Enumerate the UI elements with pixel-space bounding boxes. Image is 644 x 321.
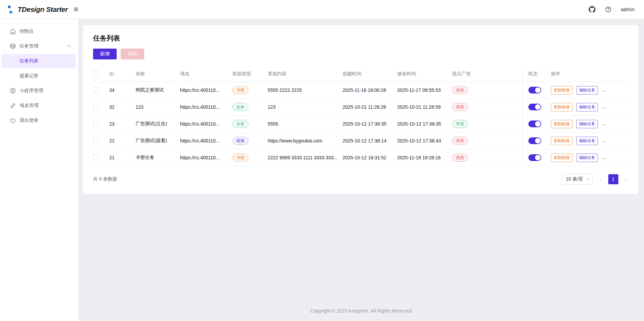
user-menu[interactable]: admin xyxy=(621,6,635,12)
cell-id: 21 xyxy=(109,149,136,166)
sidebar-item-label: 退出登录 xyxy=(20,117,38,124)
cell-updated-at: 2025-11-17 09:55:53 xyxy=(397,82,452,99)
edit-task-button[interactable]: 编辑任务 xyxy=(576,154,598,162)
column-header-created-at: 创建时间 xyxy=(343,66,397,82)
status-toggle[interactable] xyxy=(528,87,541,93)
cell-reward-content: 5555 xyxy=(268,115,343,132)
cell-name: 123 xyxy=(136,99,180,115)
cell-updated-at: 2025-10-12 17:38:35 xyxy=(397,115,452,132)
cell-domain: https://cs.400110... xyxy=(180,115,232,132)
cell-updated-at: 2025-10-21 11:28:59 xyxy=(397,99,452,115)
row-checkbox[interactable] xyxy=(93,87,98,92)
force-ad-tag: 关闭 xyxy=(452,86,468,94)
cell-created-at: 2025-11-16 18:00:28 xyxy=(343,82,397,99)
cell-name: 卡密任务 xyxy=(136,149,180,166)
sidebar-item-watch-records[interactable]: 观看记录 xyxy=(1,69,76,83)
cell-name: 狗凯之家测试 xyxy=(136,82,180,99)
task-list-card: 任务列表 新增 删除 ID 名称 xyxy=(83,25,638,194)
table-row: 22 广告测试(观看) https://cs.400110... 链接 http… xyxy=(93,132,628,149)
main-content: 任务列表 新增 删除 ID 名称 xyxy=(78,19,644,321)
table-body: 34 狗凯之家测试 https://cs.400110... 卡密 5555 2… xyxy=(93,82,628,166)
cell-name: 广告测试(观看) xyxy=(136,132,180,149)
cell-reward-content: 2222 9999 3333 1111 3333 333... xyxy=(268,149,343,166)
row-checkbox[interactable] xyxy=(93,121,98,126)
prev-page-button[interactable]: ‹ xyxy=(598,176,603,182)
column-header-status: 状态 xyxy=(523,66,551,82)
github-icon[interactable] xyxy=(588,6,596,13)
help-circle-icon[interactable] xyxy=(605,6,612,13)
column-header-actions: 操作 xyxy=(551,66,628,82)
app-root: TDesign Starter ≡ admin 控制台 xyxy=(0,0,644,321)
edit-task-button[interactable]: 编辑任务 xyxy=(576,120,598,128)
cell-reward-content: https://www.bygoukai.com xyxy=(268,132,343,149)
page-size-select[interactable]: 10 条/页 xyxy=(562,174,593,185)
cell-created-at: 2025-10-21 11:26:26 xyxy=(343,99,397,115)
cell-domain: https://cs.400110... xyxy=(180,99,232,115)
table-row: 23 广告测试(点击) https://cs.400110... 文本 5555… xyxy=(93,115,628,132)
status-toggle[interactable] xyxy=(528,137,541,144)
reward-type-tag: 链接 xyxy=(232,137,248,145)
page-size-value: 10 条/页 xyxy=(566,176,583,182)
edit-task-button[interactable]: 编辑任务 xyxy=(576,86,598,95)
reward-type-tag: 文本 xyxy=(232,103,248,111)
row-checkbox[interactable] xyxy=(93,155,98,160)
cell-updated-at: 2025-10-12 17:38:43 xyxy=(397,132,452,149)
edit-task-button[interactable]: 编辑任务 xyxy=(576,137,598,145)
reward-type-tag: 文本 xyxy=(232,120,248,128)
miniprogram-icon xyxy=(9,87,16,94)
page-number-button[interactable]: 1 xyxy=(608,174,618,184)
cell-id: 23 xyxy=(109,115,136,132)
view-data-button[interactable]: 查看数据 xyxy=(602,120,623,128)
table-row: 34 狗凯之家测试 https://cs.400110... 卡密 5555 2… xyxy=(93,82,628,99)
column-header-updated-at: 修改时间 xyxy=(397,66,452,82)
add-button[interactable]: 新增 xyxy=(93,49,117,59)
column-header-force-ad: 强点广告 xyxy=(452,66,523,82)
column-header-id: ID xyxy=(109,66,136,82)
task-table: ID 名称 域名 奖励类型 奖励内容 创建时间 修改时间 强点广告 状态 操作 xyxy=(93,66,628,166)
logo-text: TDesign Starter xyxy=(18,5,68,14)
view-data-button[interactable]: 查看数据 xyxy=(602,86,623,95)
view-data-button[interactable]: 查看数据 xyxy=(602,103,623,111)
sidebar-item-task-management[interactable]: 任务管理 xyxy=(1,39,76,53)
sidebar-item-domain-management[interactable]: 域名管理 xyxy=(1,99,76,113)
sidebar: 控制台 任务管理 任务列表 观看记录 小程序管理 xyxy=(0,19,78,321)
row-checkbox[interactable] xyxy=(93,138,98,143)
row-checkbox[interactable] xyxy=(93,104,98,109)
cell-id: 34 xyxy=(109,82,136,99)
sidebar-item-logout[interactable]: 退出登录 xyxy=(1,113,76,128)
copy-link-button[interactable]: 复制链接 xyxy=(551,154,573,162)
table-row: 21 卡密任务 https://cs.400110... 卡密 2222 999… xyxy=(93,149,628,166)
power-icon xyxy=(9,117,16,124)
home-icon xyxy=(9,28,16,35)
next-page-button[interactable]: › xyxy=(624,176,628,182)
logo-icon xyxy=(7,4,13,15)
status-toggle[interactable] xyxy=(528,154,541,161)
force-ad-tag: 开启 xyxy=(452,120,468,128)
edit-task-button[interactable]: 编辑任务 xyxy=(576,103,598,111)
sidebar-item-label: 任务列表 xyxy=(20,58,38,64)
column-header-domain: 域名 xyxy=(180,66,232,82)
cell-domain: https://cs.400110... xyxy=(180,149,232,166)
app-logo[interactable]: TDesign Starter xyxy=(7,4,68,15)
copy-link-button[interactable]: 复制链接 xyxy=(551,137,573,145)
status-toggle[interactable] xyxy=(528,121,541,127)
page-title: 任务列表 xyxy=(93,34,628,43)
sidebar-item-task-list[interactable]: 任务列表 xyxy=(1,54,76,68)
cell-created-at: 2025-10-12 17:38:35 xyxy=(343,115,397,132)
pagination-bar: 共 5 条数据 10 条/页 ‹ 1 › xyxy=(93,174,628,185)
cell-domain: https://cs.400110... xyxy=(180,132,232,149)
status-toggle[interactable] xyxy=(528,104,541,110)
copy-link-button[interactable]: 复制链接 xyxy=(551,86,573,95)
delete-button[interactable]: 删除 xyxy=(121,49,144,59)
sidebar-item-console[interactable]: 控制台 xyxy=(1,24,76,38)
view-data-button[interactable]: 查看数据 xyxy=(602,154,623,162)
sidebar-item-miniprogram[interactable]: 小程序管理 xyxy=(1,84,76,98)
select-all-checkbox[interactable] xyxy=(93,71,98,76)
chevron-up-icon xyxy=(67,45,71,49)
menu-fold-icon[interactable]: ≡ xyxy=(74,6,78,13)
copy-link-button[interactable]: 复制链接 xyxy=(551,120,573,128)
copy-link-button[interactable]: 复制链接 xyxy=(551,103,573,111)
view-data-button[interactable]: 查看数据 xyxy=(602,137,623,145)
column-header-reward-type: 奖励类型 xyxy=(232,66,268,82)
table-row: 32 123 https://cs.400110... 文本 123 2025-… xyxy=(93,99,628,115)
